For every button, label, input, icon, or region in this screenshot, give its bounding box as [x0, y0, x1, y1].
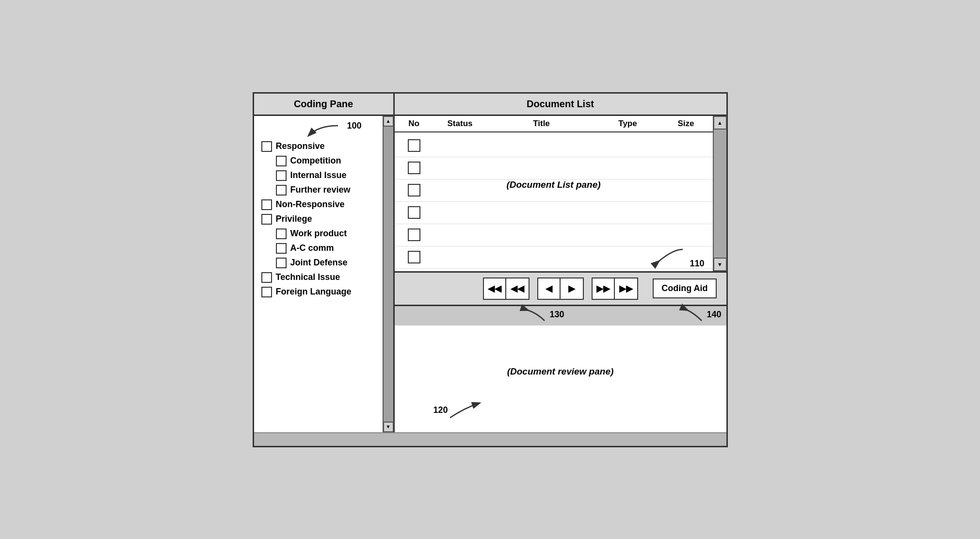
nav-group-3: ▶▶ ▶▶ [592, 278, 638, 300]
col-size-header: Size [659, 119, 713, 129]
row-6-checkbox[interactable] [408, 251, 420, 263]
table-row [395, 135, 713, 157]
col-no-header: No [395, 119, 434, 129]
row-2-checkbox[interactable] [408, 162, 420, 174]
privilege-label: Privilege [276, 214, 312, 224]
ac-comm-checkbox[interactable] [276, 243, 287, 254]
col-status-header: Status [434, 119, 487, 129]
further-review-checkbox[interactable] [276, 185, 287, 196]
row-4-checkbox[interactable] [408, 206, 420, 219]
table-row [395, 157, 713, 180]
document-rows: (Document List pane) [395, 132, 713, 271]
competition-checkbox[interactable] [276, 156, 287, 166]
technical-issue-label: Technical Issue [276, 272, 340, 282]
right-pane: No Status Title Type Size [395, 116, 726, 432]
scroll-track [384, 127, 393, 422]
row-1-checkbox[interactable] [408, 139, 420, 152]
header-row: Coding Pane Document List [254, 94, 726, 116]
doc-list-scroll-down[interactable]: ▼ [713, 258, 727, 271]
ac-comm-row: A-C comm [276, 243, 374, 254]
coding-pane-inner: 100 Responsive Competition Internal Issu… [261, 121, 386, 427]
nav-group-1: ◀◀ ◀◀ [483, 278, 530, 300]
responsive-row: Responsive [261, 141, 374, 152]
document-list-area: No Status Title Type Size [395, 116, 726, 273]
label-130: 130 [549, 310, 564, 320]
doc-review-annotation: (Document review pane) [507, 366, 614, 377]
coding-pane-title: Coding Pane [254, 94, 395, 114]
responsive-checkbox[interactable] [261, 141, 272, 152]
nav-prev-btn[interactable]: ◀ [538, 278, 561, 299]
internal-issue-checkbox[interactable] [276, 170, 287, 181]
arrow-100 [299, 122, 343, 140]
doc-list-scrollbar[interactable]: ▲ ▼ [713, 116, 726, 271]
column-headers: No Status Title Type Size [395, 116, 713, 132]
competition-row: Competition [276, 156, 374, 166]
scroll-up-btn[interactable]: ▲ [383, 116, 394, 127]
arrow-120 [450, 398, 489, 423]
work-product-row: Work product [276, 229, 374, 239]
table-row: (Document List pane) [395, 180, 713, 202]
competition-label: Competition [290, 156, 341, 166]
main-container: Coding Pane Document List 100 [253, 92, 728, 447]
nav-next-btn[interactable]: ▶ [561, 278, 583, 299]
technical-issue-checkbox[interactable] [261, 272, 272, 283]
nav-last2-btn[interactable]: ▶▶ [593, 278, 615, 299]
foreign-language-label: Foreign Language [276, 287, 352, 297]
document-list-content: No Status Title Type Size [395, 116, 713, 271]
further-review-row: Further review [276, 185, 374, 196]
nav-group-2: ◀ ▶ [537, 278, 584, 300]
nav-last-btn[interactable]: ▶▶ [615, 278, 637, 299]
coding-aid-button[interactable]: Coding Aid [653, 278, 716, 298]
main-row: 100 Responsive Competition Internal Issu… [254, 116, 726, 432]
table-row [395, 246, 713, 269]
foreign-language-row: Foreign Language [261, 287, 374, 297]
navigation-bar: ◀◀ ◀◀ ◀ ▶ ▶▶ ▶▶ Coding Aid [395, 273, 726, 306]
document-list-title: Document List [395, 94, 726, 114]
nav-first-btn[interactable]: ◀◀ [484, 278, 506, 299]
internal-issue-label: Internal Issue [290, 170, 347, 180]
bottom-bar [254, 432, 726, 446]
privilege-checkbox[interactable] [261, 214, 272, 225]
label-120: 120 [434, 405, 448, 415]
work-product-checkbox[interactable] [276, 229, 287, 239]
foreign-language-checkbox[interactable] [261, 287, 272, 297]
review-annotation-area: (Document review pane) [507, 366, 614, 377]
coding-pane-scrollbar[interactable]: ▲ ▼ [383, 116, 393, 432]
joint-defense-checkbox[interactable] [276, 258, 287, 268]
scroll-down-btn[interactable]: ▼ [383, 422, 394, 432]
coding-pane: 100 Responsive Competition Internal Issu… [254, 116, 395, 432]
doc-list-scroll-track [714, 130, 726, 258]
doc-list-scroll-up[interactable]: ▲ [713, 116, 727, 130]
technical-issue-row: Technical Issue [261, 272, 374, 283]
internal-issue-row: Internal Issue [276, 170, 374, 181]
further-review-label: Further review [290, 185, 351, 195]
row-3-checkbox[interactable] [408, 184, 420, 196]
privilege-row: Privilege [261, 214, 374, 225]
non-responsive-checkbox[interactable] [261, 199, 272, 210]
doc-list-annotation: (Document List pane) [506, 180, 600, 190]
label-100: 100 [347, 121, 361, 131]
responsive-label: Responsive [276, 141, 325, 151]
table-row: 110 [395, 202, 713, 224]
non-responsive-row: Non-Responsive [261, 199, 374, 210]
arrow-140 [677, 306, 707, 323]
col-title-header: Title [487, 119, 596, 129]
label-130-area: 130 [520, 306, 564, 323]
row-checkbox-container [395, 139, 434, 152]
label-140-area: 140 [677, 306, 721, 323]
joint-defense-label: Joint Defense [290, 258, 348, 268]
table-row [395, 224, 713, 246]
label-120-area: 120 [434, 398, 489, 423]
joint-defense-row: Joint Defense [276, 258, 374, 268]
row-5-checkbox[interactable] [408, 229, 420, 241]
work-product-label: Work product [290, 229, 347, 239]
label-140: 140 [707, 310, 721, 320]
document-review-pane: (Document review pane) 120 [395, 326, 726, 432]
ac-comm-label: A-C comm [290, 243, 334, 253]
non-responsive-label: Non-Responsive [276, 199, 345, 210]
arrow-130 [520, 306, 549, 323]
col-type-header: Type [596, 119, 659, 129]
nav-first2-btn[interactable]: ◀◀ [506, 278, 529, 299]
